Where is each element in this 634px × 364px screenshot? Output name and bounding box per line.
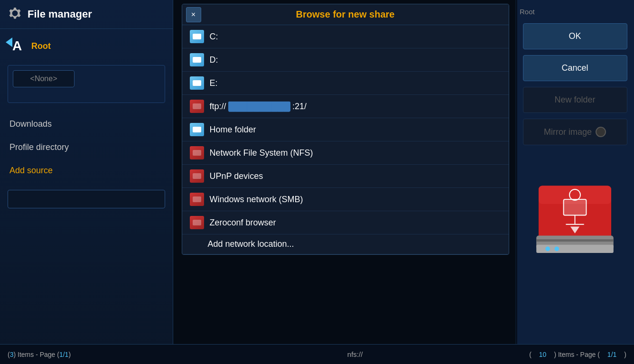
- root-avatar: A: [8, 37, 27, 56]
- sidebar: File manager A Root <None> Downloads Pro…: [0, 0, 173, 364]
- status-bar: (3) Items - Page (1/1) nfs:// (10) Items…: [0, 344, 634, 364]
- right-status: (10) Items - Page (1/1): [529, 351, 626, 358]
- drive-icon-zeroconf: [190, 216, 204, 229]
- protocol-label: nfs://: [347, 350, 363, 358]
- list-item-smb-label: Windows network (SMB): [210, 195, 303, 205]
- root-section: A Root: [0, 29, 173, 59]
- list-item-home[interactable]: Home folder: [182, 118, 509, 141]
- left-item-count: 3: [10, 351, 14, 358]
- dialog-title-bar: × Browse for new share: [182, 4, 509, 25]
- right-page-num: 1/1: [607, 351, 616, 358]
- list-item-add-network[interactable]: Add network location...: [182, 234, 509, 254]
- avatar-letter: A: [12, 38, 22, 54]
- sidebar-input-panel: [8, 190, 165, 208]
- sidebar-item-profile-directory[interactable]: Profile directory: [0, 136, 173, 159]
- middle-status: nfs://: [181, 350, 529, 358]
- root-label: Root: [31, 41, 51, 51]
- none-display[interactable]: <None>: [13, 70, 75, 87]
- drive-icon-smb: [190, 193, 204, 206]
- avatar-triangle: [6, 37, 12, 47]
- new-folder-button[interactable]: New folder: [523, 87, 627, 113]
- list-item-zeroconf[interactable]: Zeroconf browser: [182, 211, 509, 234]
- list-item-nfs-label: Network File System (NFS): [210, 148, 313, 158]
- drive-icon-c: [190, 30, 204, 43]
- ok-button[interactable]: OK: [523, 23, 627, 49]
- svg-point-6: [545, 247, 550, 252]
- svg-rect-4: [536, 239, 614, 242]
- right-item-count: 10: [539, 351, 547, 358]
- mirror-toggle[interactable]: [596, 127, 606, 137]
- dialog-title: Browse for new share: [296, 9, 395, 20]
- drive-icon-upnp: [190, 169, 204, 183]
- list-item-ftp[interactable]: ftp://██████████:21/: [182, 95, 509, 118]
- left-status: (3) Items - Page (1/1): [8, 351, 181, 358]
- sidebar-text-field[interactable]: [8, 190, 165, 208]
- browse-dialog: × Browse for new share C: D: E: ftp://██…: [182, 4, 509, 255]
- list-item-c[interactable]: C:: [182, 25, 509, 48]
- right-root-label: Root: [520, 8, 535, 16]
- gear-icon: [8, 7, 23, 22]
- sidebar-nav: Downloads Profile directory Add source: [0, 109, 173, 186]
- list-item-upnp-label: UPnP devices: [210, 171, 263, 181]
- browse-dialog-overlay: × Browse for new share C: D: E: ftp://██…: [173, 0, 517, 344]
- list-item-e-label: E:: [210, 78, 218, 88]
- sidebar-item-downloads[interactable]: Downloads: [0, 112, 173, 136]
- drive-icon-nfs: [190, 146, 204, 159]
- list-item-smb[interactable]: Windows network (SMB): [182, 188, 509, 211]
- left-page-num: 1/1: [59, 351, 68, 358]
- list-item-e[interactable]: E:: [182, 72, 509, 95]
- app-title: File manager: [28, 8, 92, 20]
- drive-icon-e: [190, 76, 204, 90]
- mirror-image-button[interactable]: Mirror image: [523, 119, 627, 145]
- svg-rect-8: [564, 199, 587, 215]
- sidebar-header: File manager: [0, 0, 173, 29]
- sidebar-item-add-source[interactable]: Add source: [0, 159, 173, 182]
- list-item-upnp[interactable]: UPnP devices: [182, 165, 509, 188]
- dialog-close-button[interactable]: ×: [186, 7, 201, 22]
- drive-icon-home: [190, 123, 204, 136]
- network-drive-image: [529, 159, 621, 263]
- sidebar-panel: <None>: [8, 65, 165, 103]
- list-item-nfs[interactable]: Network File System (NFS): [182, 141, 509, 165]
- list-item-d-label: D:: [210, 55, 218, 65]
- list-item-zeroconf-label: Zeroconf browser: [210, 218, 276, 228]
- drive-icon-d: [190, 53, 204, 66]
- list-item-add-network-label: Add network location...: [208, 239, 294, 249]
- browse-dialog-list: C: D: E: ftp://██████████:21/ Home folde…: [182, 25, 509, 254]
- cancel-button[interactable]: Cancel: [523, 55, 627, 81]
- drive-icon-ftp: [190, 100, 204, 113]
- list-item-ftp-label: ftp://██████████:21/: [210, 102, 307, 112]
- list-item-home-label: Home folder: [210, 125, 256, 135]
- right-panel: Root OK Cancel New folder Mirror image: [515, 0, 634, 344]
- list-item-c-label: C:: [210, 32, 218, 42]
- svg-point-7: [554, 247, 559, 252]
- list-item-d[interactable]: D:: [182, 48, 509, 72]
